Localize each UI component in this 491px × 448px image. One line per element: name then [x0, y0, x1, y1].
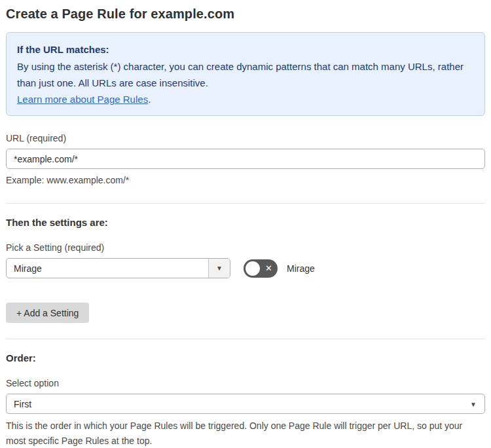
info-link-line: Learn more about Page Rules. — [17, 91, 474, 107]
order-select-wrapper: First ▼ — [6, 394, 485, 414]
learn-more-link[interactable]: Learn more about Page Rules — [17, 94, 148, 105]
url-field-label: URL (required) — [6, 133, 485, 143]
pick-setting-label: Pick a Setting (required) — [6, 242, 485, 253]
divider-after-settings — [6, 339, 485, 339]
chevron-down-icon: ▼ — [216, 265, 223, 272]
order-section-heading: Order: — [6, 352, 485, 364]
setting-picker-value: Mirage — [7, 259, 208, 278]
setting-picker-dropdown[interactable]: Mirage ▼ — [6, 258, 230, 278]
create-page-rule-form: Create a Page Rule for example.com If th… — [0, 0, 491, 448]
url-match-info-box: If the URL matches: By using the asteris… — [6, 32, 485, 116]
toggle-knob — [245, 261, 260, 276]
url-input[interactable] — [6, 149, 485, 169]
order-select[interactable]: First — [6, 394, 485, 414]
order-helper-text: This is the order in which your Page Rul… — [6, 419, 484, 448]
info-link-suffix: . — [148, 94, 151, 105]
mirage-toggle[interactable]: ✕ — [244, 259, 278, 278]
url-field-helper: Example: www.example.com/* — [6, 173, 485, 187]
add-setting-button[interactable]: + Add a Setting — [6, 303, 89, 323]
order-select-value: First — [14, 399, 31, 409]
info-box-heading: If the URL matches: — [17, 41, 474, 58]
page-title: Create a Page Rule for example.com — [6, 7, 485, 22]
select-option-label: Select option — [6, 378, 485, 388]
toggle-off-x-icon: ✕ — [265, 264, 272, 272]
setting-picker-arrow-button[interactable]: ▼ — [208, 259, 230, 278]
mirage-toggle-label: Mirage — [287, 263, 315, 274]
setting-row: Mirage ▼ ✕ Mirage — [6, 258, 485, 278]
info-box-body: By using the asterisk (*) character, you… — [17, 58, 474, 91]
settings-section-heading: Then the settings are: — [6, 217, 485, 228]
divider-after-url — [6, 203, 485, 204]
